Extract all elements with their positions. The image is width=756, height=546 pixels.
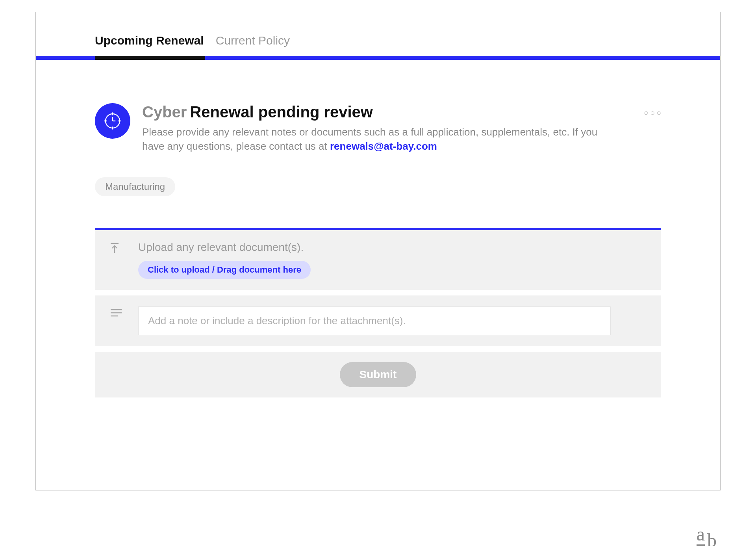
note-input[interactable]	[138, 306, 611, 335]
app-frame: Upcoming Renewal Current Policy Cyber	[35, 12, 721, 490]
upload-panel: Upload any relevant document(s). Click t…	[95, 228, 661, 290]
upload-label: Upload any relevant document(s).	[138, 241, 645, 254]
title-status: Renewal pending review	[190, 103, 373, 121]
upload-button[interactable]: Click to upload / Drag document here	[138, 261, 311, 279]
submit-panel: Submit	[95, 352, 661, 397]
page-header: CyberRenewal pending review Please provi…	[95, 103, 661, 154]
page-description: Please provide any relevant notes or doc…	[142, 125, 615, 154]
tab-current-policy[interactable]: Current Policy	[216, 34, 290, 56]
active-tab-indicator	[95, 56, 205, 60]
watermark-a: a	[697, 525, 705, 546]
note-panel	[95, 295, 661, 346]
status-icon	[95, 103, 130, 139]
upload-icon	[111, 243, 122, 256]
upload-body: Upload any relevant document(s). Click t…	[138, 241, 645, 279]
notes-icon	[111, 308, 122, 320]
main-content: CyberRenewal pending review Please provi…	[36, 60, 720, 397]
industry-tag: Manufacturing	[95, 177, 175, 196]
submit-button[interactable]: Submit	[340, 362, 417, 387]
tab-underline	[36, 56, 720, 60]
title-prefix: Cyber	[142, 103, 187, 121]
contact-email-link[interactable]: renewals@at-bay.com	[330, 140, 437, 152]
form-panels: Upload any relevant document(s). Click t…	[95, 228, 661, 397]
header-text-block: CyberRenewal pending review Please provi…	[142, 103, 645, 154]
more-actions-button[interactable]: ○○○	[645, 105, 661, 121]
note-body	[138, 306, 645, 335]
tab-upcoming-renewal[interactable]: Upcoming Renewal	[95, 34, 204, 56]
page-title: CyberRenewal pending review	[142, 103, 645, 121]
watermark-b: b	[707, 531, 717, 546]
tab-bar: Upcoming Renewal Current Policy	[36, 12, 720, 56]
watermark-logo: ab	[697, 525, 717, 546]
